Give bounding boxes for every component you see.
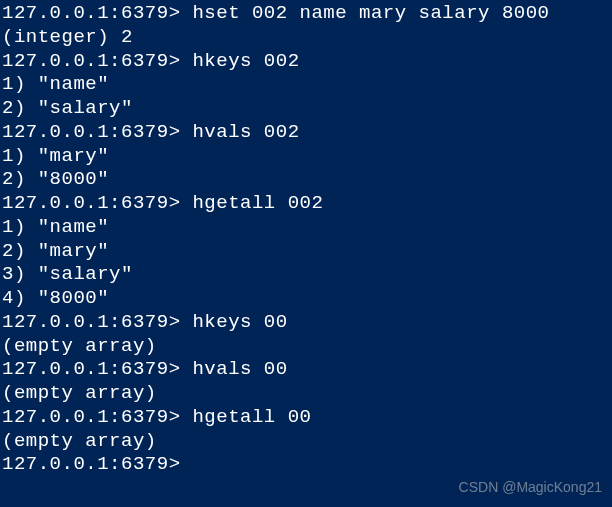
terminal-line: 127.0.0.1:6379> hgetall 00: [2, 406, 612, 430]
terminal-line: 127.0.0.1:6379> hkeys 002: [2, 50, 612, 74]
terminal-line: 2) "mary": [2, 240, 612, 264]
terminal-line: 2) "salary": [2, 97, 612, 121]
terminal-line: 1) "mary": [2, 145, 612, 169]
terminal-line: 1) "name": [2, 73, 612, 97]
terminal-line: 127.0.0.1:6379> hkeys 00: [2, 311, 612, 335]
watermark: CSDN @MagicKong21: [459, 479, 602, 495]
terminal-line: (empty array): [2, 382, 612, 406]
terminal-line: (empty array): [2, 335, 612, 359]
terminal-line: 1) "name": [2, 216, 612, 240]
terminal-line: 3) "salary": [2, 263, 612, 287]
terminal-prompt-line[interactable]: 127.0.0.1:6379>: [2, 453, 612, 477]
terminal-line: 127.0.0.1:6379> hgetall 002: [2, 192, 612, 216]
terminal-line: (empty array): [2, 430, 612, 454]
terminal-line: 127.0.0.1:6379> hset 002 name mary salar…: [2, 2, 612, 26]
terminal-line: (integer) 2: [2, 26, 612, 50]
terminal-line: 127.0.0.1:6379> hvals 00: [2, 358, 612, 382]
terminal-line: 4) "8000": [2, 287, 612, 311]
terminal-line: 2) "8000": [2, 168, 612, 192]
terminal-line: 127.0.0.1:6379> hvals 002: [2, 121, 612, 145]
terminal-output[interactable]: 127.0.0.1:6379> hset 002 name mary salar…: [0, 0, 612, 477]
